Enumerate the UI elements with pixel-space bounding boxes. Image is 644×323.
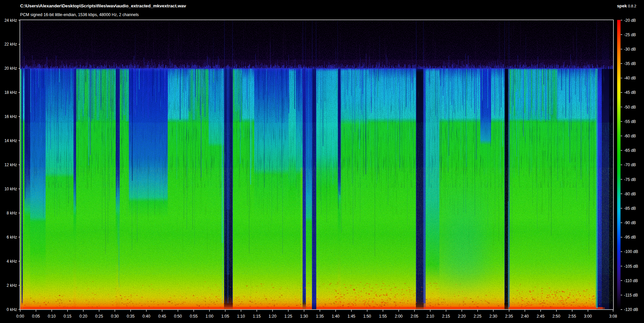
svg-text:-115 dB: -115 dB bbox=[624, 293, 638, 298]
svg-text:-120 dB: -120 dB bbox=[624, 307, 638, 312]
svg-text:0:30: 0:30 bbox=[111, 314, 119, 319]
svg-text:3:00: 3:00 bbox=[584, 314, 592, 319]
svg-text:-70 dB: -70 dB bbox=[624, 163, 636, 167]
svg-text:0:10: 0:10 bbox=[48, 314, 56, 319]
svg-text:1:05: 1:05 bbox=[221, 314, 229, 319]
svg-text:1:40: 1:40 bbox=[332, 314, 340, 319]
svg-text:2:40: 2:40 bbox=[521, 314, 529, 319]
svg-text:spek: spek bbox=[617, 3, 627, 8]
svg-text:1:50: 1:50 bbox=[363, 314, 371, 319]
svg-text:4 kHz: 4 kHz bbox=[7, 259, 17, 264]
svg-text:0:40: 0:40 bbox=[143, 314, 151, 319]
svg-text:22 kHz: 22 kHz bbox=[4, 42, 17, 47]
svg-text:-90 dB: -90 dB bbox=[624, 220, 636, 225]
svg-text:-35 dB: -35 dB bbox=[624, 61, 636, 66]
svg-text:1:30: 1:30 bbox=[300, 314, 308, 319]
svg-text:2:55: 2:55 bbox=[568, 314, 576, 319]
svg-text:0:20: 0:20 bbox=[79, 314, 88, 319]
svg-text:-30 dB: -30 dB bbox=[624, 47, 636, 52]
svg-text:18 kHz: 18 kHz bbox=[4, 90, 17, 95]
svg-text:2:30: 2:30 bbox=[489, 314, 497, 319]
svg-text:-85 dB: -85 dB bbox=[624, 206, 636, 211]
svg-text:2:10: 2:10 bbox=[426, 314, 434, 319]
svg-text:1:00: 1:00 bbox=[206, 314, 214, 319]
svg-text:3:08: 3:08 bbox=[609, 314, 617, 319]
svg-text:2:15: 2:15 bbox=[442, 314, 450, 319]
svg-text:2:00: 2:00 bbox=[395, 314, 403, 319]
svg-text:20 kHz: 20 kHz bbox=[4, 66, 17, 71]
svg-text:-100 dB: -100 dB bbox=[624, 249, 638, 254]
svg-text:-40 dB: -40 dB bbox=[624, 76, 636, 80]
svg-text:0:35: 0:35 bbox=[127, 314, 135, 319]
svg-text:-110 dB: -110 dB bbox=[624, 278, 638, 283]
svg-text:2:35: 2:35 bbox=[505, 314, 513, 319]
svg-text:12 kHz: 12 kHz bbox=[4, 163, 17, 167]
svg-text:-20 dB: -20 dB bbox=[624, 18, 636, 23]
svg-text:0 kHz: 0 kHz bbox=[7, 307, 17, 312]
svg-text:-60 dB: -60 dB bbox=[624, 134, 636, 138]
svg-text:2:05: 2:05 bbox=[411, 314, 419, 319]
svg-text:-50 dB: -50 dB bbox=[624, 105, 636, 110]
svg-text:0:55: 0:55 bbox=[190, 314, 198, 319]
svg-text:1:45: 1:45 bbox=[347, 314, 356, 319]
svg-text:1:15: 1:15 bbox=[253, 314, 261, 319]
svg-text:-75 dB: -75 dB bbox=[624, 177, 636, 182]
svg-text:-80 dB: -80 dB bbox=[624, 192, 636, 196]
svg-text:C:\Users\Alexander\Desktop\Scr: C:\Users\Alexander\Desktop\Scripts\files… bbox=[20, 3, 186, 8]
svg-text:-65 dB: -65 dB bbox=[624, 148, 636, 153]
svg-text:8 kHz: 8 kHz bbox=[7, 211, 17, 215]
svg-text:-25 dB: -25 dB bbox=[624, 33, 636, 37]
svg-text:14 kHz: 14 kHz bbox=[4, 138, 17, 143]
svg-text:0:15: 0:15 bbox=[64, 314, 72, 319]
svg-text:0.8.2: 0.8.2 bbox=[628, 4, 636, 8]
svg-text:0:45: 0:45 bbox=[158, 314, 166, 319]
svg-text:1:20: 1:20 bbox=[269, 314, 277, 319]
svg-text:16 kHz: 16 kHz bbox=[4, 114, 17, 119]
svg-text:0:00: 0:00 bbox=[16, 314, 24, 319]
svg-text:-105 dB: -105 dB bbox=[624, 264, 638, 269]
svg-text:2:25: 2:25 bbox=[474, 314, 482, 319]
svg-text:-45 dB: -45 dB bbox=[624, 90, 636, 95]
svg-text:2:45: 2:45 bbox=[537, 314, 545, 319]
svg-text:1:55: 1:55 bbox=[379, 314, 387, 319]
svg-text:2:50: 2:50 bbox=[552, 314, 560, 319]
svg-text:0:05: 0:05 bbox=[32, 314, 40, 319]
svg-text:PCM signed 16-bit little-endia: PCM signed 16-bit little-endian, 1536 kb… bbox=[20, 12, 139, 17]
svg-text:-95 dB: -95 dB bbox=[624, 235, 636, 240]
svg-text:6 kHz: 6 kHz bbox=[7, 235, 17, 240]
svg-text:1:35: 1:35 bbox=[316, 314, 324, 319]
svg-text:1:25: 1:25 bbox=[284, 314, 292, 319]
svg-text:2 kHz: 2 kHz bbox=[7, 283, 17, 288]
svg-text:2:20: 2:20 bbox=[458, 314, 466, 319]
svg-text:24 kHz: 24 kHz bbox=[4, 18, 17, 23]
svg-text:1:10: 1:10 bbox=[237, 314, 245, 319]
svg-text:0:50: 0:50 bbox=[174, 314, 182, 319]
svg-text:0:25: 0:25 bbox=[95, 314, 103, 319]
svg-text:-55 dB: -55 dB bbox=[624, 119, 636, 124]
svg-text:10 kHz: 10 kHz bbox=[4, 187, 17, 191]
